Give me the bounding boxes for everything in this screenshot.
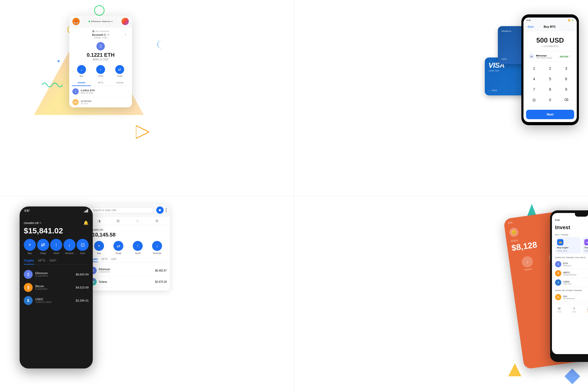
token-sub: USD Coin: [563, 283, 571, 285]
amount-section: 500 USD ≈ 0.013389 BTC: [523, 31, 577, 51]
time-display: 3:57: [24, 209, 30, 212]
asset-name: USDC: [35, 298, 52, 301]
swap-icon: ⇄: [37, 239, 49, 251]
circle-green-decoration: [94, 5, 105, 16]
key-2[interactable]: 2: [545, 64, 555, 73]
tab-nfts[interactable]: NFTs: [101, 258, 107, 262]
receive-action[interactable]: ↓ Receive: [521, 256, 534, 271]
bell-icon[interactable]: 🔔: [83, 220, 89, 225]
chevron-right-icon: ›: [571, 55, 572, 58]
tab-defi[interactable]: DeFi: [50, 259, 56, 264]
grid-icon[interactable]: ⊞: [117, 219, 120, 223]
send-icon: ↑: [50, 239, 62, 251]
key-8[interactable]: 8: [545, 85, 555, 94]
nav-trade[interactable]: ≡ Trade: [572, 306, 576, 313]
eth-token-row: Ξ ETH Ethereum 7.0%: [552, 260, 588, 269]
metamask-network-selector[interactable]: Ethereum Mainnet ▾: [86, 19, 115, 24]
key-3[interactable]: 3: [561, 64, 571, 73]
asset-left: ₿ Bitcoin 0.1528 BTC: [24, 283, 48, 292]
key-9[interactable]: 9: [561, 85, 571, 94]
kebab-menu-icon[interactable]: ⋮: [124, 32, 127, 37]
star-icon[interactable]: ☆: [136, 219, 139, 223]
key-4[interactable]: 4: [529, 74, 539, 84]
eth-balance: 0.1221 ETH: [69, 52, 132, 58]
asset-right: $6,824.94: [76, 273, 89, 276]
dai-asset-row: DAI 12.35 DAI 35 USD: [69, 97, 132, 107]
quadrant-buy-btc: Masterca 0909 VISA Credit Card .... 0909…: [294, 0, 588, 196]
browser-bar: Search or enter URL ⏺: [86, 204, 170, 217]
more-options-icon[interactable]: [166, 208, 167, 212]
earn-section-label: Earn on tokens you hold: [555, 256, 588, 259]
receive-action[interactable]: ↓ Receive: [152, 241, 162, 255]
eth-icon: Ξ: [555, 261, 561, 267]
eth-logo-icon: Ξ: [96, 42, 105, 50]
asset-usd: $551.15 USD: [81, 92, 95, 94]
swap-label: Swap: [40, 252, 46, 255]
buy-action[interactable]: ↓ Buy: [77, 65, 86, 77]
trade-crypto-card[interactable]: ⇄ Trade Crypto Swap tokens: [582, 237, 588, 254]
key-delete[interactable]: ⌫: [561, 95, 571, 105]
asset-value: $4,523.69: [76, 286, 89, 289]
send-action[interactable]: ↑ Send: [133, 241, 143, 255]
tab-defi[interactable]: DeFi: [111, 258, 117, 262]
dot-blue-decoration: [57, 60, 60, 62]
wallet-logo-icon: 😊: [509, 227, 519, 237]
wallet-address: 0x5e66...5924: [73, 37, 128, 39]
key-6[interactable]: 6: [561, 74, 571, 84]
tab-activity[interactable]: Activity: [110, 80, 129, 86]
dai-icon: D: [555, 294, 561, 300]
settings-icon[interactable]: ⚙: [155, 219, 159, 223]
portfolio-tabs: Crypto NFTs DeFi: [24, 259, 89, 265]
provider-row[interactable]: M Mercuryo Third Party Provider Best rat…: [526, 51, 575, 62]
receive-action[interactable]: ↓ Receive: [64, 239, 76, 255]
key-0[interactable]: 0: [545, 95, 555, 105]
search-box[interactable]: Search or enter URL: [89, 207, 154, 213]
nav-invest[interactable]: 📈 Invest: [587, 306, 588, 313]
buy-action[interactable]: + Buy: [94, 241, 104, 255]
pie-chart-icon[interactable]: ◑: [97, 219, 101, 223]
key-1[interactable]: 1: [529, 64, 539, 73]
header-row: cbwallet.eth ⎘ 🔔: [24, 220, 89, 225]
bottom-navigation: ⊞ Home ≡ Trade 📈 Invest › More: [552, 304, 588, 314]
dot: [166, 211, 167, 212]
numpad-row-1: 1 2 3: [526, 64, 574, 73]
notch: [575, 213, 588, 217]
nav-home[interactable]: ⊞ Home: [557, 306, 561, 313]
tab-nfts[interactable]: NFTs: [38, 259, 45, 264]
tab-assets[interactable]: Assets: [72, 80, 91, 86]
browser-nav: ◑ ⊞ ☆ ⚙: [86, 217, 170, 225]
key-7[interactable]: 7: [529, 85, 539, 94]
tab-crypto[interactable]: Crypto: [24, 259, 34, 264]
send-action[interactable]: ↑ Send: [50, 239, 62, 255]
key-scan[interactable]: ⊙: [529, 95, 539, 105]
account-section: ⬤ Not connected Account 1 📋 ⋮ 0x5e66...5…: [69, 27, 132, 41]
send-action[interactable]: ↑ Send: [96, 65, 105, 77]
trade-card-icon: ⇄: [584, 239, 588, 245]
asset-value: $2,670.26: [155, 280, 167, 283]
signal-bar-4: [87, 209, 88, 212]
swap-action[interactable]: ⇄ Swap: [37, 239, 49, 255]
numpad-row-4: ⊙ 0 ⌫: [526, 95, 574, 105]
scan-action[interactable]: ⊡ Scan: [77, 239, 89, 255]
record-button[interactable]: ⏺: [156, 206, 164, 214]
token-left: $ USDC USD Coin: [555, 279, 571, 286]
buy-action[interactable]: + Buy: [24, 239, 36, 255]
wbtc-token-row: ₿ WBTC Wrapped Bitcoin 8.0%: [552, 269, 588, 278]
eth-asset-row: Ξ 0.19511 ETH $551.15 USD ›: [69, 86, 132, 97]
swap-action[interactable]: ⇄ Swap: [113, 241, 123, 255]
swap-action[interactable]: ⇄ Swap: [115, 65, 124, 77]
back-button[interactable]: ‹ Back: [527, 25, 534, 28]
asset-left: $ USDC 2,284.41 USDC: [24, 296, 52, 305]
buy-crypto-card[interactable]: 💳 Buy Crypto Cards, bank: [555, 237, 581, 254]
tab-nfts[interactable]: NFTs: [91, 80, 110, 86]
asset-amount: 2,284.41 USDC: [35, 301, 52, 303]
key-5[interactable]: 5: [545, 74, 555, 84]
signal-icon: [84, 209, 88, 212]
mastercard-number: 0909: [501, 58, 507, 60]
scan-icon: ⊡: [77, 239, 89, 251]
numpad-row-2: 4 5 6: [526, 74, 574, 84]
next-button[interactable]: Next: [526, 110, 574, 119]
time: 9:41: [508, 221, 513, 224]
signal-bar-1: [84, 211, 85, 212]
token-sub: Wrapped Bitcoin: [563, 274, 577, 276]
